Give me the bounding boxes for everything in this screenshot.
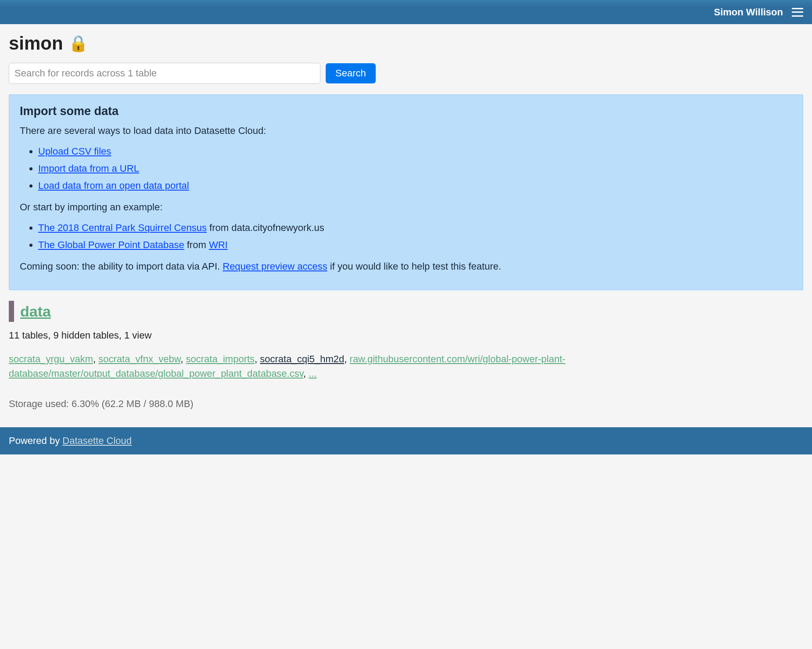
coming-soon-prefix: Coming soon: the ability to import data … (20, 261, 223, 272)
hamburger-menu-icon[interactable] (792, 8, 803, 17)
table-link[interactable]: socrata_imports (186, 353, 255, 364)
list-item: Upload CSV files (38, 144, 792, 159)
lock-icon: 🔒 (68, 34, 88, 53)
coming-soon-suffix: if you would like to help test this feat… (327, 261, 501, 272)
user-name-label[interactable]: Simon Willison (714, 7, 783, 18)
search-button[interactable]: Search (326, 63, 376, 83)
examples-list: The 2018 Central Park Squirrel Census fr… (38, 220, 792, 252)
import-url-link[interactable]: Import data from a URL (38, 163, 139, 174)
import-intro: There are several ways to load data into… (20, 124, 792, 138)
open-data-portal-link[interactable]: Load data from an open data portal (38, 180, 189, 191)
example-powerplant-link[interactable]: The Global Power Point Database (38, 239, 184, 250)
search-input[interactable] (9, 63, 320, 84)
search-row: Search (9, 63, 803, 84)
table-links: socrata_yrgu_vakm, socrata_vfnx_vebw, so… (9, 352, 803, 381)
datasette-cloud-link[interactable]: Datasette Cloud (62, 435, 132, 446)
list-item: Load data from an open data portal (38, 178, 792, 193)
coming-soon-text: Coming soon: the ability to import data … (20, 260, 792, 274)
import-heading: Import some data (20, 105, 792, 118)
footer: Powered by Datasette Cloud (0, 427, 812, 454)
storage-used-text: Storage used: 6.30% (62.2 MB / 988.0 MB) (9, 398, 803, 410)
request-preview-link[interactable]: Request preview access (223, 261, 327, 272)
example-suffix: from data.cityofnewyork.us (207, 222, 324, 233)
database-color-bar (9, 301, 14, 322)
table-link[interactable]: socrata_yrgu_vakm (9, 353, 93, 364)
examples-intro: Or start by importing an example: (20, 201, 792, 214)
top-header: Simon Willison (0, 0, 812, 24)
upload-csv-link[interactable]: Upload CSV files (38, 146, 111, 157)
main-content: simon 🔒 Search Import some data There ar… (0, 24, 812, 427)
import-panel: Import some data There are several ways … (9, 94, 803, 290)
page-title-text: simon (9, 33, 63, 54)
import-options-list: Upload CSV files Import data from a URL … (38, 144, 792, 193)
database-heading: data (9, 301, 803, 322)
list-item: Import data from a URL (38, 161, 792, 176)
footer-prefix: Powered by (9, 435, 62, 446)
table-link[interactable]: socrata_cqi5_hm2d (260, 353, 344, 364)
database-link[interactable]: data (20, 303, 51, 320)
page-title: simon 🔒 (9, 33, 803, 54)
database-summary: 11 tables, 9 hidden tables, 1 view (9, 330, 803, 341)
example-suffix-prefix: from (184, 239, 209, 250)
table-link[interactable]: socrata_vfnx_vebw (98, 353, 180, 364)
more-tables-link[interactable]: ... (309, 368, 316, 379)
example-squirrel-link[interactable]: The 2018 Central Park Squirrel Census (38, 222, 207, 233)
example-wri-link[interactable]: WRI (209, 239, 228, 250)
list-item: The Global Power Point Database from WRI (38, 238, 792, 252)
list-item: The 2018 Central Park Squirrel Census fr… (38, 220, 792, 235)
